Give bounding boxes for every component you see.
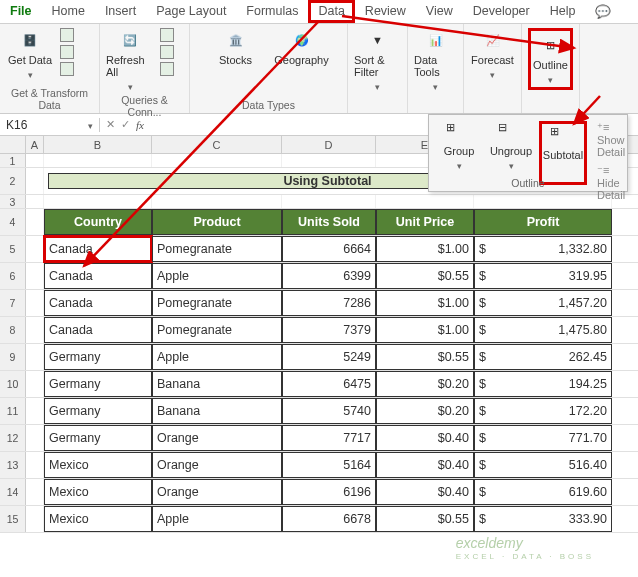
cell-profit[interactable]: $333.90 [474, 506, 612, 532]
cell-product[interactable]: Pomegranate [152, 290, 282, 316]
cell-price[interactable]: $1.00 [376, 317, 474, 343]
header-units[interactable]: Units Sold [282, 209, 376, 235]
row-header[interactable]: 2 [0, 168, 26, 194]
cell[interactable] [26, 317, 44, 343]
cell-profit[interactable]: $1,332.80 [474, 236, 612, 262]
cell[interactable] [26, 425, 44, 451]
header-price[interactable]: Unit Price [376, 209, 474, 235]
header-profit[interactable]: Profit [474, 209, 612, 235]
cell[interactable] [376, 195, 474, 208]
cell-product[interactable]: Apple [152, 506, 282, 532]
tab-review[interactable]: Review [355, 0, 416, 23]
cell-units[interactable]: 7379 [282, 317, 376, 343]
cell-product[interactable]: Apple [152, 263, 282, 289]
row-header[interactable]: 13 [0, 452, 26, 478]
from-web-icon[interactable] [60, 45, 74, 59]
cell-country[interactable]: Mexico [44, 506, 152, 532]
cell-product[interactable]: Banana [152, 371, 282, 397]
header-country[interactable]: Country [44, 209, 152, 235]
forecast-button[interactable]: 📈 Forecast [470, 28, 515, 80]
cell-product[interactable]: Banana [152, 398, 282, 424]
cell-units[interactable]: 6399 [282, 263, 376, 289]
cell[interactable] [282, 154, 376, 167]
cell[interactable] [26, 344, 44, 370]
show-detail-button[interactable]: ⁺≡ Show Detail [597, 121, 625, 158]
cell-profit[interactable]: $1,475.80 [474, 317, 612, 343]
cell[interactable] [26, 506, 44, 532]
edit-links-icon[interactable] [160, 62, 174, 76]
cell-country[interactable]: Mexico [44, 479, 152, 505]
group-rows-button[interactable]: ⊞ Group [435, 121, 483, 185]
cell-product[interactable]: Apple [152, 344, 282, 370]
tab-data[interactable]: Data [308, 0, 354, 23]
cell[interactable] [152, 154, 282, 167]
cell-price[interactable]: $0.40 [376, 452, 474, 478]
cell-profit[interactable]: $172.20 [474, 398, 612, 424]
cell[interactable] [26, 263, 44, 289]
cell-units[interactable]: 5249 [282, 344, 376, 370]
refresh-all-button[interactable]: 🔄 Refresh All [106, 28, 154, 92]
cell[interactable] [26, 452, 44, 478]
cell-product[interactable]: Orange [152, 479, 282, 505]
cell[interactable] [26, 168, 44, 194]
row-header[interactable]: 5 [0, 236, 26, 262]
tab-file[interactable]: File [0, 0, 42, 23]
cell-profit[interactable]: $771.70 [474, 425, 612, 451]
cell-units[interactable]: 6664 [282, 236, 376, 262]
cell-country[interactable]: Canada [44, 263, 152, 289]
tab-formulas[interactable]: Formulas [236, 0, 308, 23]
cell[interactable] [26, 398, 44, 424]
cancel-icon[interactable]: ✕ [106, 118, 115, 131]
cell-price[interactable]: $0.20 [376, 398, 474, 424]
row-header[interactable]: 1 [0, 154, 26, 167]
cell[interactable] [26, 195, 44, 208]
cell[interactable] [26, 154, 44, 167]
col-header-a[interactable]: A [26, 136, 44, 153]
cell[interactable] [26, 371, 44, 397]
row-header[interactable]: 12 [0, 425, 26, 451]
cell-price[interactable]: $0.55 [376, 506, 474, 532]
row-header[interactable]: 6 [0, 263, 26, 289]
tab-comments-icon[interactable]: 💬 [585, 0, 621, 23]
row-header[interactable]: 3 [0, 195, 26, 208]
cell[interactable] [44, 154, 152, 167]
cell-units[interactable]: 6475 [282, 371, 376, 397]
cell[interactable] [152, 195, 282, 208]
row-header[interactable]: 9 [0, 344, 26, 370]
cell-profit[interactable]: $194.25 [474, 371, 612, 397]
cell-country[interactable]: Germany [44, 398, 152, 424]
cell[interactable] [26, 209, 44, 235]
get-data-button[interactable]: 🗄️ Get Data [6, 28, 54, 80]
col-header-c[interactable]: C [152, 136, 282, 153]
row-header[interactable]: 14 [0, 479, 26, 505]
cell-product[interactable]: Pomegranate [152, 317, 282, 343]
cell-price[interactable]: $0.40 [376, 425, 474, 451]
row-header[interactable]: 10 [0, 371, 26, 397]
cell-profit[interactable]: $1,457.20 [474, 290, 612, 316]
cell-price[interactable]: $1.00 [376, 290, 474, 316]
cell-price[interactable]: $0.40 [376, 479, 474, 505]
cell-profit[interactable]: $319.95 [474, 263, 612, 289]
from-table-icon[interactable] [60, 62, 74, 76]
cell-country[interactable]: Germany [44, 425, 152, 451]
cell-country[interactable]: Canada [44, 290, 152, 316]
tab-help[interactable]: Help [540, 0, 586, 23]
sort-filter-button[interactable]: ▼ Sort & Filter [354, 28, 401, 92]
cell-profit[interactable]: $516.40 [474, 452, 612, 478]
cell-units[interactable]: 5740 [282, 398, 376, 424]
stocks-button[interactable]: 🏛️ Stocks [212, 28, 260, 66]
data-tools-button[interactable]: 📊 Data Tools [414, 28, 457, 92]
cell-product[interactable]: Orange [152, 452, 282, 478]
name-box[interactable]: K16 [0, 118, 100, 132]
cell[interactable] [44, 195, 152, 208]
cell-profit[interactable]: $619.60 [474, 479, 612, 505]
cell-country[interactable]: Germany [44, 344, 152, 370]
cell[interactable] [282, 195, 376, 208]
row-header[interactable]: 11 [0, 398, 26, 424]
cell-product[interactable]: Orange [152, 425, 282, 451]
row-header[interactable]: 15 [0, 506, 26, 532]
geography-button[interactable]: 🌍 Geography [278, 28, 326, 66]
cell-country[interactable]: Mexico [44, 452, 152, 478]
fx-icon[interactable]: fx [136, 119, 144, 131]
tab-developer[interactable]: Developer [463, 0, 540, 23]
